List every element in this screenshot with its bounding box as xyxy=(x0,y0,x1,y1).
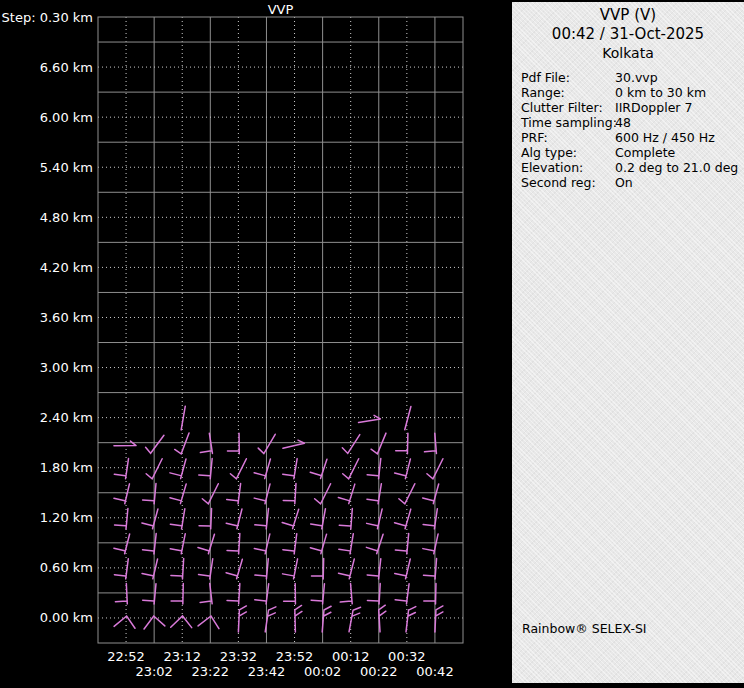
wind-barb xyxy=(198,559,214,580)
wind-barb xyxy=(197,458,214,479)
wind-barb xyxy=(421,584,439,606)
x-axis-label: 00:42 xyxy=(416,664,453,679)
wind-barb xyxy=(173,433,191,455)
wind-barb xyxy=(171,615,193,628)
wind-barb xyxy=(225,584,243,606)
wind-barb xyxy=(420,433,440,456)
wind-barb xyxy=(309,559,327,581)
wind-barb xyxy=(338,483,355,504)
wind-barb xyxy=(141,584,158,605)
y-axis-label: 3.00 km xyxy=(40,360,93,375)
wind-barb xyxy=(422,483,438,504)
wind-barb xyxy=(349,606,361,633)
x-axis-label: 00:22 xyxy=(360,664,397,679)
wind-barb xyxy=(141,534,158,555)
param-label: Clutter Filter: xyxy=(521,100,615,115)
param-row: Range:0 km to 30 km xyxy=(521,85,744,100)
wind-barb xyxy=(197,508,215,530)
param-value: 600 Hz / 450 Hz xyxy=(615,130,715,145)
param-value: 48 xyxy=(615,115,631,130)
plot-border xyxy=(98,17,463,643)
wind-barb xyxy=(170,534,185,554)
param-value: 30.vvp xyxy=(615,70,658,85)
wind-barb xyxy=(338,534,354,555)
wind-barb xyxy=(394,458,410,479)
y-axis-label: 6.00 km xyxy=(40,110,93,125)
panel-header: VVP (V) 00:42 / 31-Oct-2025 Kolkata xyxy=(512,2,744,62)
param-label: Pdf File: xyxy=(521,70,615,85)
wind-barb xyxy=(310,584,327,605)
y-axis-label: 2.40 km xyxy=(40,410,93,425)
wind-barb xyxy=(141,484,158,505)
param-value: IIRDoppler 7 xyxy=(615,100,692,115)
y-axis-label: 0.60 km xyxy=(40,560,93,575)
wind-barb xyxy=(114,440,136,448)
wind-barb xyxy=(342,433,360,455)
wind-barb xyxy=(366,559,383,580)
param-label: PRF: xyxy=(521,130,615,145)
x-axis-label: 23:22 xyxy=(192,664,229,679)
param-row: Second reg:On xyxy=(521,175,744,190)
param-label: Time sampling: xyxy=(521,115,615,130)
wind-barb xyxy=(395,558,411,579)
wind-barb xyxy=(365,584,383,606)
x-axis-label: 22:52 xyxy=(107,649,144,664)
wind-barb xyxy=(253,559,270,580)
wind-barb xyxy=(366,508,382,529)
x-axis-label: 23:52 xyxy=(276,649,313,664)
param-row: PRF:600 Hz / 450 Hz xyxy=(521,130,744,145)
x-axis-label: 00:02 xyxy=(304,664,341,679)
param-label: Range: xyxy=(521,85,615,100)
wind-barb xyxy=(142,558,158,579)
wind-barb xyxy=(366,484,382,505)
y-axis-label: 3.60 km xyxy=(40,310,93,325)
parameter-list: Pdf File:30.vvpRange:0 km to 30 kmClutte… xyxy=(512,70,744,190)
wind-barb xyxy=(195,584,215,608)
wind-barb xyxy=(254,509,271,530)
wind-barb xyxy=(423,534,438,554)
param-row: Pdf File:30.vvp xyxy=(521,70,744,85)
wind-barb xyxy=(170,509,186,530)
wind-barb xyxy=(197,533,214,554)
wind-barb xyxy=(238,606,246,632)
x-axis-label: 23:02 xyxy=(135,664,172,679)
wind-barb xyxy=(198,614,221,629)
wind-barb xyxy=(195,433,216,457)
info-panel: VVP (V) 00:42 / 31-Oct-2025 Kolkata Pdf … xyxy=(512,2,744,683)
wind-barb xyxy=(226,508,242,529)
param-row: Elevation:0.2 deg to 21.0 deg xyxy=(521,160,744,175)
wind-barb xyxy=(112,584,131,607)
x-axis-label: 23:32 xyxy=(220,649,257,664)
wind-barb xyxy=(169,483,186,504)
wind-barb xyxy=(114,459,130,480)
wind-barb xyxy=(282,439,305,448)
wind-barb xyxy=(422,509,438,530)
wind-barb xyxy=(169,559,187,581)
y-axis-label: 4.80 km xyxy=(40,210,93,225)
wind-barb xyxy=(338,558,354,579)
wind-barb xyxy=(406,606,416,632)
wind-barb xyxy=(281,584,300,607)
wind-barb xyxy=(226,558,243,579)
param-value: On xyxy=(615,175,633,190)
wind-barb xyxy=(170,458,186,479)
wind-barb xyxy=(282,534,298,555)
wind-barb xyxy=(114,614,136,629)
wind-barb xyxy=(358,415,380,423)
wind-barb xyxy=(114,533,130,554)
x-axis-label: 00:32 xyxy=(388,649,425,664)
wind-barb xyxy=(282,508,299,529)
y-axis-label: 4.20 km xyxy=(40,260,93,275)
wind-barb xyxy=(422,559,439,581)
brand-footer: Rainbow® SELEX-SI xyxy=(522,621,647,636)
wind-barb xyxy=(254,584,270,605)
y-axis-label: 5.40 km xyxy=(40,160,93,175)
radar-vvp-window: Step: 0.30 km VVP 6.60 km6.00 km5.40 km4… xyxy=(0,0,744,688)
param-label: Second reg: xyxy=(521,175,615,190)
wind-barb xyxy=(435,606,443,632)
wind-barb xyxy=(226,484,242,505)
wind-barb xyxy=(405,406,411,430)
wind-barb xyxy=(310,509,325,529)
param-row: Alg type:Complete xyxy=(521,145,744,160)
wind-barb xyxy=(254,533,270,554)
